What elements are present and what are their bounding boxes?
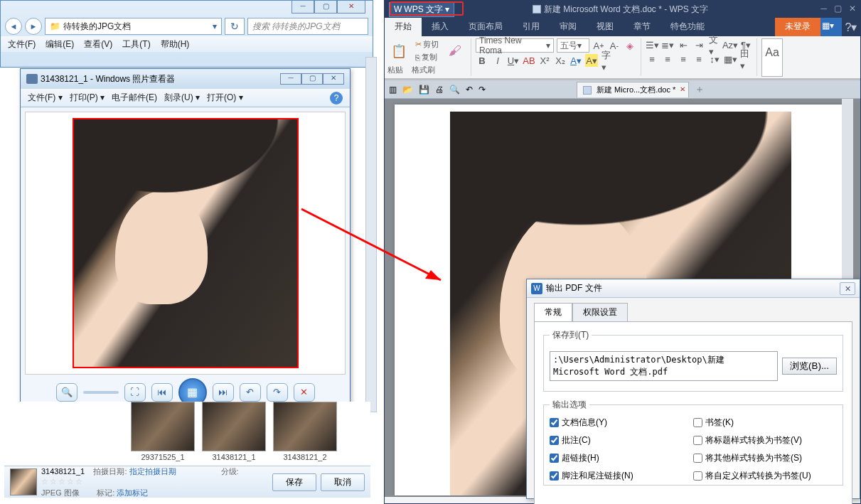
wps-help-icon[interactable]: ?▾ [842, 18, 860, 36]
explorer-scrollbar[interactable] [365, 57, 377, 412]
align-right-icon[interactable]: ≡ [677, 53, 690, 65]
chk-other-bm[interactable]: 将其他样式转换为书签(S) [693, 452, 837, 464]
close-tab-icon[interactable]: ✕ [680, 85, 685, 93]
address-bar[interactable]: 📁 待转换的JPG文档 ▾ [45, 18, 222, 35]
borders-icon[interactable]: 田▾ [739, 53, 752, 65]
subscript-icon[interactable]: X₂ [554, 54, 567, 67]
refresh-button[interactable]: ↻ [225, 18, 245, 35]
shading-icon[interactable]: ▦▾ [724, 53, 737, 65]
nav-back-icon[interactable]: ◄ [5, 18, 22, 35]
document-tab[interactable]: 新建 Micro...文档.doc * ✕ [577, 82, 689, 97]
pdf-close-button[interactable]: ✕ [840, 282, 855, 295]
chk-comments[interactable]: 批注(C) [550, 434, 693, 446]
chk-footnotes[interactable]: 脚注和尾注链接(N) [550, 470, 693, 482]
print-icon[interactable]: 🖨 [435, 85, 444, 95]
pv-menu-burn[interactable]: 刻录(U) ▾ [164, 92, 200, 104]
rating-stars[interactable]: ☆☆☆☆☆ [41, 477, 84, 486]
pv-menu-file[interactable]: 文件(F) ▾ [28, 92, 63, 104]
align-justify-icon[interactable]: ≡ [692, 53, 705, 65]
chk-heading-bm[interactable]: 将标题样式转换为书签(V) [693, 434, 837, 446]
pv-menu-email[interactable]: 电子邮件(E) [112, 92, 157, 104]
cancel-button[interactable]: 取消 [321, 473, 365, 491]
next-button[interactable]: ⏭ [213, 383, 234, 402]
formatpainter-icon[interactable]: 🖌 [444, 40, 466, 63]
tab-insert[interactable]: 插入 [422, 18, 459, 36]
shotdate-value[interactable]: 指定拍摄日期 [129, 467, 176, 476]
numbering-icon[interactable]: ≣▾ [661, 38, 674, 51]
save-button[interactable]: 保存 [272, 473, 316, 491]
wps-close-button[interactable]: ✕ [849, 4, 856, 14]
copy-button[interactable]: ⎘复制 [413, 51, 441, 63]
asianlayout-icon[interactable]: 文▾ [708, 38, 721, 51]
redo-icon[interactable]: ↷ [478, 85, 486, 95]
minimize-button[interactable]: ─ [292, 1, 314, 14]
menu-edit[interactable]: 编辑(E) [46, 38, 74, 50]
paste-icon[interactable]: 📋 [387, 40, 410, 63]
thumbnail[interactable]: 29371525_1 [131, 402, 195, 461]
browse-button[interactable]: 浏览(B)... [782, 358, 837, 375]
zoom-out-icon[interactable]: 🔍 [56, 383, 77, 402]
fontsize-select[interactable]: 五号 ▾ [557, 38, 589, 53]
tags-value[interactable]: 添加标记 [117, 488, 148, 497]
pv-minimize-button[interactable]: ─ [280, 73, 301, 85]
align-center-icon[interactable]: ≡ [661, 53, 674, 65]
pv-close-button[interactable]: ✕ [323, 73, 344, 85]
strikethrough-icon[interactable]: AB [523, 54, 535, 67]
maximize-button[interactable]: ▢ [314, 1, 337, 14]
tab-permissions[interactable]: 权限设置 [572, 303, 628, 322]
rotate-right-icon[interactable]: ↷ [267, 383, 288, 402]
pv-menu-open[interactable]: 打开(O) ▾ [207, 92, 243, 104]
close-button[interactable]: ✕ [337, 1, 365, 14]
help-icon[interactable]: ? [330, 92, 343, 104]
zoom-slider[interactable] [83, 391, 119, 394]
new-tab-button[interactable]: ＋ [695, 83, 705, 96]
indent-left-icon[interactable]: ⇤ [677, 38, 690, 51]
underline-icon[interactable]: U▾ [507, 54, 520, 67]
dropdown-icon[interactable]: ▾ [213, 21, 217, 31]
tab-chapter[interactable]: 章节 [624, 18, 661, 36]
tab-review[interactable]: 审阅 [550, 18, 587, 36]
chk-custom-bm[interactable]: 将自定义样式转换为书签(U) [693, 470, 837, 482]
chk-hyperlinks[interactable]: 超链接(H) [550, 452, 693, 464]
chk-bookmark[interactable]: 书签(K) [693, 417, 837, 429]
save-path-input[interactable]: :\Users\Administrator\Desktop\新建 Microso… [550, 351, 778, 381]
highlight-icon[interactable]: A▾ [585, 54, 598, 67]
menu-tools[interactable]: 工具(T) [122, 38, 150, 50]
preview-icon[interactable]: 🔍 [449, 85, 460, 95]
tab-reference[interactable]: 引用 [513, 18, 550, 36]
chk-docinfo[interactable]: 文档信息(Y) [550, 417, 693, 429]
cut-button[interactable]: ✂剪切 [413, 38, 441, 50]
open-icon[interactable]: 📂 [402, 85, 413, 95]
charfmt-icon[interactable]: 字▾ [601, 54, 614, 67]
bold-icon[interactable]: B [476, 54, 488, 67]
wps-minimize-button[interactable]: ─ [820, 4, 827, 14]
nav-forward-icon[interactable]: ► [25, 18, 42, 35]
prev-button[interactable]: ⏮ [151, 383, 173, 402]
rotate-left-icon[interactable]: ↶ [240, 383, 261, 402]
menu-view[interactable]: 查看(V) [84, 38, 112, 50]
tab-general[interactable]: 常规 [534, 303, 572, 322]
clear-format-icon[interactable]: ◈ [624, 39, 636, 52]
menu-file[interactable]: 文件(F) [8, 38, 36, 50]
tab-special[interactable]: 特色功能 [661, 18, 715, 36]
login-button[interactable]: 未登录 [775, 18, 820, 36]
search-input[interactable]: 搜索 待转换的JPG文档 [247, 18, 368, 35]
italic-icon[interactable]: I [491, 54, 504, 67]
font-color-icon[interactable]: A▾ [569, 54, 582, 67]
theme-button[interactable]: ▦▾ [820, 18, 842, 36]
wps-maximize-button[interactable]: ▢ [834, 4, 842, 14]
font-select[interactable]: Times New Roma ▾ [476, 38, 554, 53]
styles-button[interactable]: Aa [761, 38, 783, 77]
undo-icon[interactable]: ↶ [466, 85, 473, 95]
new-icon[interactable]: ▥ [389, 85, 397, 95]
indent-right-icon[interactable]: ⇥ [692, 38, 705, 51]
wps-app-badge[interactable]: W WPS 文字 ▾ [389, 2, 454, 17]
sort-icon[interactable]: Az▾ [724, 38, 737, 51]
align-left-icon[interactable]: ≡ [646, 53, 658, 65]
save-icon[interactable]: 💾 [419, 85, 429, 95]
thumbnail[interactable]: 31438121_2 [273, 402, 337, 461]
bullets-icon[interactable]: ☰▾ [646, 38, 658, 51]
superscript-icon[interactable]: X² [538, 54, 551, 67]
thumbnail[interactable]: 31438121_1 [202, 402, 266, 461]
pv-menu-print[interactable]: 打印(P) ▾ [70, 92, 105, 104]
